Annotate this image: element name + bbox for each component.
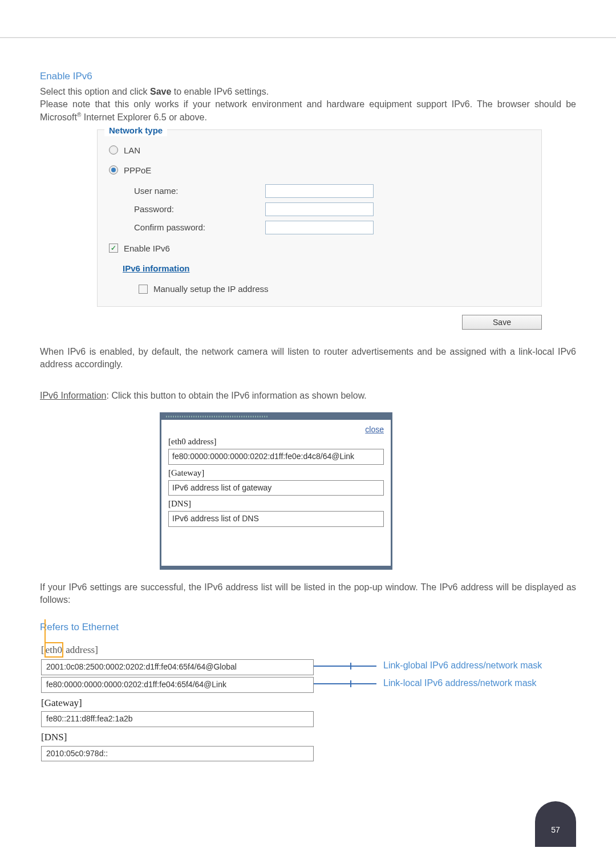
intro-paragraph: Select this option and click Save to ena… bbox=[40, 86, 576, 124]
username-input[interactable] bbox=[265, 184, 374, 198]
popup-eth0-label: [eth0 address] bbox=[168, 436, 384, 448]
eth-dns-value: 2010:05c0:978d:: bbox=[41, 746, 314, 762]
enable-ipv6-row[interactable]: Enable IPv6 bbox=[109, 242, 532, 254]
ipv6-info-underline: IPv6 Information bbox=[40, 391, 107, 400]
page-number: 57 bbox=[551, 825, 560, 834]
eth-link-addr: fe80:0000:0000:0000:0202:d1ff:fe04:65f4/… bbox=[41, 677, 314, 693]
popup-close-link[interactable]: close bbox=[365, 424, 384, 436]
save-button[interactable]: Save bbox=[462, 315, 542, 330]
eth0-callout-line bbox=[44, 619, 46, 650]
confirm-input[interactable] bbox=[265, 221, 374, 234]
manual-setup-row[interactable]: Manually setup the IP address bbox=[139, 283, 532, 295]
heading-enable-ipv6: Enable IPv6 bbox=[40, 70, 576, 83]
popup-dns-value: IPv6 address list of DNS bbox=[168, 511, 384, 527]
after-popup-paragraph: If your IPv6 settings are successful, th… bbox=[40, 581, 576, 607]
ipv6-info-popup: close [eth0 address] fe80:0000:0000:0000… bbox=[160, 412, 392, 570]
ipv6-info-paragraph: IPv6 Information: Click this button to o… bbox=[40, 390, 576, 402]
panel-legend: Network type bbox=[104, 124, 167, 136]
ipv6-information-link[interactable]: IPv6 information bbox=[123, 263, 190, 273]
radio-pppoe[interactable] bbox=[109, 165, 118, 175]
eth-global-addr: 2001:0c08:2500:0002:0202:d1ff:fe04:65f4/… bbox=[41, 659, 314, 675]
connector-label-global: Link-global IPv6 address/network mask bbox=[383, 659, 542, 672]
eth-diagram: [eth0 address] 2001:0c08:2500:0002:0202:… bbox=[41, 642, 576, 762]
password-row: Password: bbox=[134, 202, 532, 216]
radio-lan[interactable] bbox=[109, 145, 118, 155]
password-label: Password: bbox=[134, 203, 265, 215]
save-row: Save bbox=[40, 315, 542, 330]
bracket-rest: address] bbox=[63, 644, 98, 655]
manual-setup-checkbox[interactable] bbox=[139, 285, 148, 294]
intro-text-2: to enable IPv6 settings. bbox=[171, 87, 269, 96]
radio-lan-label: LAN bbox=[124, 144, 140, 156]
popup-gateway-value: IPv6 address list of gateway bbox=[168, 480, 384, 496]
popup-dns-label: [DNS] bbox=[168, 498, 384, 510]
eth-gateway-label: [Gateway] bbox=[41, 696, 576, 710]
after-panel-paragraph: When IPv6 is enabled, by default, the ne… bbox=[40, 346, 576, 371]
username-label: User name: bbox=[134, 185, 265, 197]
connector-link bbox=[314, 678, 382, 689]
eth0-address-label: [eth0 address] bbox=[41, 642, 576, 658]
intro-text-1: Select this option and click bbox=[40, 87, 150, 96]
confirm-row: Confirm password: bbox=[134, 221, 532, 234]
connector-global bbox=[314, 660, 382, 672]
popup-bottom-bar bbox=[161, 566, 391, 568]
confirm-label: Confirm password: bbox=[134, 221, 265, 233]
manual-setup-label: Manually setup the IP address bbox=[153, 283, 269, 295]
page-content: Enable IPv6 Select this option and click… bbox=[0, 38, 616, 761]
enable-ipv6-label: Enable IPv6 bbox=[124, 242, 170, 254]
heading-refers-ethernet: Refers to Ethernet bbox=[40, 620, 576, 634]
ipv6-info-rest: : Click this button to obtain the IPv6 i… bbox=[107, 391, 367, 400]
eth0-highlight: eth0 bbox=[44, 642, 63, 658]
eth-dns-label: [DNS] bbox=[41, 731, 576, 744]
popup-eth0-value: fe80:0000:0000:0000:0202:d1ff:fe0e:d4c8/… bbox=[168, 449, 384, 465]
radio-pppoe-label: PPPoE bbox=[124, 164, 151, 176]
popup-titlebar bbox=[161, 414, 391, 420]
enable-ipv6-checkbox[interactable] bbox=[109, 244, 118, 253]
password-input[interactable] bbox=[265, 202, 374, 216]
page-number-tab: 57 bbox=[535, 801, 576, 847]
username-row: User name: bbox=[134, 184, 532, 198]
radio-lan-row[interactable]: LAN bbox=[109, 144, 532, 156]
eth-gateway-value: fe80::211:d8ff:fea2:1a2b bbox=[41, 711, 314, 727]
popup-gateway-label: [Gateway] bbox=[168, 467, 384, 479]
radio-pppoe-row[interactable]: PPPoE bbox=[109, 164, 532, 176]
intro-save-word: Save bbox=[150, 87, 171, 96]
connector-label-link: Link-local IPv6 address/network mask bbox=[383, 677, 537, 689]
network-type-panel: Network type LAN PPPoE User name: Passwo… bbox=[97, 129, 542, 307]
intro-text-3b: Internet Explorer 6.5 or above. bbox=[81, 112, 207, 122]
